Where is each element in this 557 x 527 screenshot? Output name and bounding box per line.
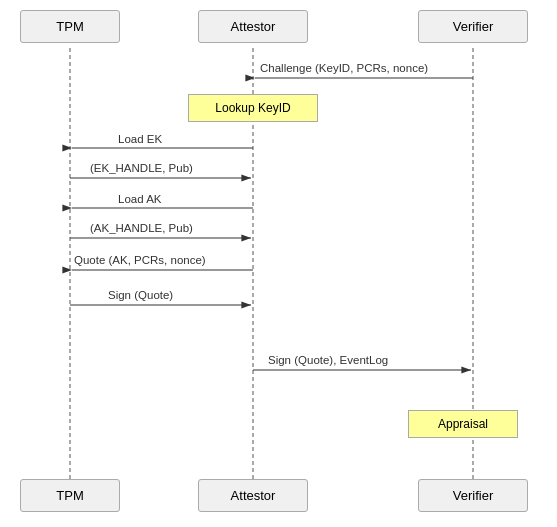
actor-attestor-top: Attestor [198,10,308,43]
actor-verifier-bottom-label: Verifier [453,488,493,503]
appraisal-label: Appraisal [438,417,488,431]
actor-attestor-top-label: Attestor [231,19,276,34]
actor-verifier-bottom: Verifier [418,479,528,512]
msg-load-ek: Load EK [118,133,162,145]
actor-tpm-top: TPM [20,10,120,43]
actor-verifier-top: Verifier [418,10,528,43]
sequence-diagram: TPM Attestor Verifier TPM Attestor Verif… [0,0,557,527]
msg-load-ak: Load AK [118,193,161,205]
msg-quote: Quote (AK, PCRs, nonce) [74,254,206,266]
msg-sign-quote: Sign (Quote) [108,289,173,301]
actor-attestor-bottom: Attestor [198,479,308,512]
msg-ak-handle: (AK_HANDLE, Pub) [90,222,193,234]
actor-tpm-bottom-label: TPM [56,488,83,503]
appraisal-box: Appraisal [408,410,518,438]
actor-verifier-top-label: Verifier [453,19,493,34]
msg-ek-handle: (EK_HANDLE, Pub) [90,162,193,174]
actor-tpm-top-label: TPM [56,19,83,34]
lookup-keyid-box: Lookup KeyID [188,94,318,122]
lookup-keyid-label: Lookup KeyID [215,101,290,115]
actor-tpm-bottom: TPM [20,479,120,512]
msg-challenge: Challenge (KeyID, PCRs, nonce) [260,62,428,74]
actor-attestor-bottom-label: Attestor [231,488,276,503]
msg-sign-eventlog: Sign (Quote), EventLog [268,354,388,366]
